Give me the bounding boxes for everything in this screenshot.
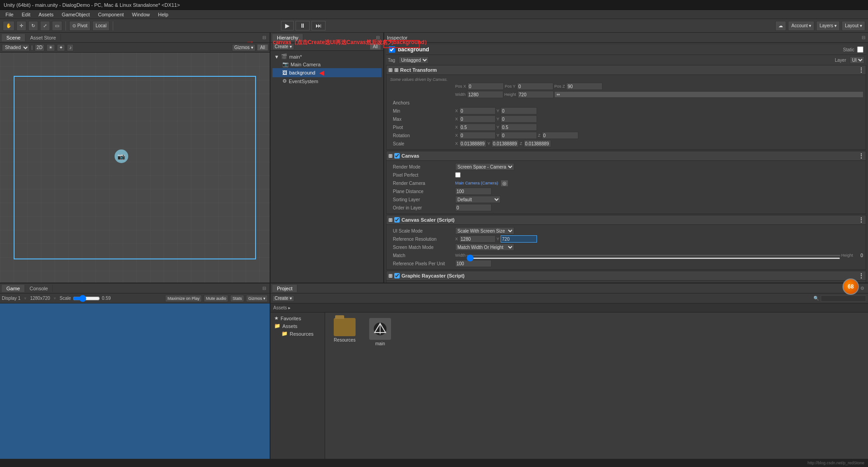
ui-scale-mode-select[interactable]: Scale With Screen Size [455, 227, 514, 234]
screen-match-mode-select[interactable]: Match Width Or Height [455, 243, 514, 251]
fx-toggle[interactable]: ✦ [57, 44, 65, 51]
sidebar-favorites[interactable]: ★ Favorites [272, 314, 323, 322]
match-slider[interactable] [467, 258, 840, 259]
ref-res-y[interactable] [501, 235, 537, 243]
rect-transform-menu[interactable]: ⋮ [858, 67, 864, 73]
scale-y[interactable] [492, 140, 519, 147]
inspector-close[interactable]: ⊟ [862, 35, 865, 40]
graphic-raycaster-menu[interactable]: ⋮ [858, 273, 864, 279]
project-create-btn[interactable]: Create ▾ [272, 295, 294, 302]
tab-game[interactable]: Game [2, 285, 25, 292]
canvas-scaler-enabled[interactable] [394, 217, 400, 223]
hierarchy-item-camera[interactable]: 📷 Main Camera [272, 60, 381, 68]
canvas-menu[interactable]: ⋮ [858, 153, 864, 159]
project-settings[interactable]: ⚙ [858, 286, 866, 291]
sidebar-assets-resources[interactable]: 📁 Resources [272, 330, 323, 338]
toolbar-rotate[interactable]: ↻ [28, 21, 38, 31]
pos-x-input[interactable] [467, 83, 504, 90]
2d-toggle[interactable]: 2D [35, 44, 45, 51]
toolbar-move[interactable]: ✛ [16, 21, 26, 31]
pivot-button[interactable]: ⊙ Pivot [69, 21, 90, 31]
arrow-icon: ◀ [319, 69, 324, 76]
local-button[interactable]: Local [92, 21, 110, 31]
lighting-toggle[interactable]: ☀ [46, 44, 55, 51]
canvas-enabled[interactable] [394, 153, 400, 159]
game-gizmos[interactable]: Gizmos ▾ [246, 295, 268, 302]
rot-z[interactable] [542, 132, 578, 139]
project-search[interactable] [821, 295, 866, 302]
mute-audio[interactable]: Mute audio [204, 295, 229, 302]
account-button[interactable]: Account ▾ [788, 21, 814, 31]
scene-view[interactable]: 📷 [0, 53, 270, 283]
toolbar-scale[interactable]: ⤢ [40, 21, 50, 31]
menu-assets[interactable]: Assets [35, 11, 57, 18]
audio-toggle[interactable]: ♪ [67, 44, 74, 51]
obj-active-checkbox[interactable] [389, 46, 395, 53]
canvas-scaler-toggle[interactable]: ⊞ [388, 217, 392, 223]
pos-y-input[interactable] [517, 83, 553, 90]
graphic-raycaster-enabled[interactable] [394, 273, 400, 278]
menu-component[interactable]: Component [94, 11, 127, 18]
menu-gameobject[interactable]: GameObject [58, 11, 94, 18]
ref-res-x[interactable] [459, 235, 496, 243]
asset-resources-folder[interactable]: Resources [329, 316, 361, 348]
anchor-min-x[interactable] [459, 107, 496, 114]
graphic-raycaster-toggle[interactable]: ⊞ [388, 273, 392, 279]
stretch-btn[interactable]: ⇔ [555, 92, 863, 97]
anchor-max-y[interactable] [501, 115, 537, 123]
tab-scene[interactable]: Scene [2, 34, 25, 41]
layer-select[interactable]: UI [850, 56, 864, 64]
scale-z[interactable] [524, 140, 551, 147]
stats-btn[interactable]: Stats [230, 295, 244, 302]
render-mode-select[interactable]: Screen Space - Camera [455, 163, 514, 170]
hierarchy-item-background[interactable]: 🖼 background ◀ [272, 68, 381, 77]
layout-button[interactable]: Layout ▾ [842, 21, 865, 31]
cloud-button[interactable]: ☁ [775, 21, 786, 31]
asset-main-file[interactable]: main [364, 316, 396, 348]
order-in-layer-input[interactable] [455, 204, 492, 211]
play-button[interactable]: ▶ [281, 21, 294, 30]
canvas-title: Canvas [401, 153, 419, 159]
game-panel-close[interactable]: ⊟ [261, 286, 268, 291]
hierarchy-item-eventsystem[interactable]: ⚙ EventSystem [272, 77, 381, 85]
scene-close[interactable]: ⊟ [261, 35, 268, 40]
menu-window[interactable]: Window [128, 11, 153, 18]
pos-z-input[interactable] [566, 83, 602, 90]
tab-console[interactable]: Console [25, 285, 53, 292]
menu-edit[interactable]: Edit [18, 11, 34, 18]
static-checkbox[interactable] [857, 46, 863, 53]
step-button[interactable]: ⏭ [311, 21, 326, 30]
anchor-max-x[interactable] [459, 115, 496, 123]
plane-distance-input[interactable] [455, 188, 492, 195]
toolbar-transform-tools[interactable]: ✋ [3, 21, 15, 31]
toolbar-rect[interactable]: ▭ [52, 21, 62, 31]
unity-file-icon [369, 318, 391, 340]
sidebar-assets[interactable]: 📁 Assets [272, 322, 323, 330]
rect-transform-toggle[interactable]: ⊞ [388, 67, 392, 73]
sorting-layer-select[interactable]: Default [455, 196, 501, 203]
maximize-on-play[interactable]: Maximize on Play [165, 295, 202, 302]
folder-resources-icon: 📁 [281, 331, 288, 337]
menu-file[interactable]: File [2, 11, 17, 18]
scale-slider[interactable] [73, 296, 100, 301]
tab-project[interactable]: Project [272, 285, 297, 292]
render-camera-pick[interactable]: ◎ [501, 180, 508, 186]
pixel-perfect-checkbox[interactable] [455, 172, 461, 178]
pause-button[interactable]: ⏸ [296, 21, 310, 30]
menu-help[interactable]: Help [154, 11, 172, 18]
rot-y[interactable] [501, 132, 537, 139]
pivot-y[interactable] [501, 124, 537, 131]
tag-select[interactable]: Untagged [399, 56, 429, 64]
anchor-min-y[interactable] [501, 107, 537, 114]
scale-x[interactable] [459, 140, 487, 147]
hierarchy-item-main[interactable]: ▼ 🎬 main* [272, 53, 381, 60]
pivot-x[interactable] [459, 124, 496, 131]
width-input[interactable] [467, 91, 503, 98]
height-input[interactable] [517, 91, 554, 98]
tab-asset-store[interactable]: Asset Store [25, 34, 61, 41]
rot-x[interactable] [459, 132, 496, 139]
layers-button[interactable]: Layers ▾ [816, 21, 840, 31]
canvas-toggle[interactable]: ⊞ [388, 153, 392, 159]
shading-dropdown[interactable]: Shaded [2, 44, 30, 51]
canvas-scaler-menu[interactable]: ⋮ [858, 217, 864, 223]
